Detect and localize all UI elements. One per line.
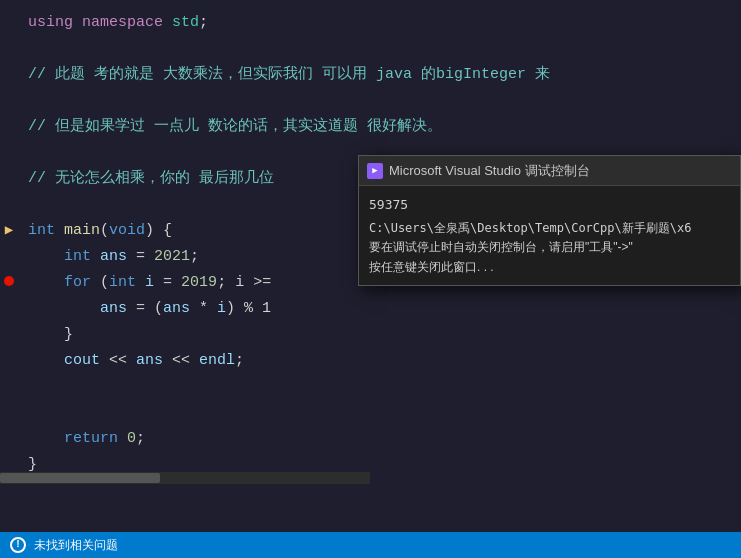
- status-text: 未找到相关问题: [34, 537, 118, 554]
- warning-icon: !: [10, 537, 26, 553]
- line-text: int ans = 2021;: [18, 245, 199, 269]
- debug-hint-line1: 要在调试停止时自动关闭控制台，请启用"工具"->": [369, 238, 730, 257]
- line-indicator: ▶: [0, 219, 18, 241]
- line-text: int main(void) {: [18, 219, 172, 243]
- line-text: cout << ans << endl;: [18, 349, 244, 373]
- debug-path: C:\Users\全泉禹\Desktop\Temp\CorCpp\新手刷题\x6: [369, 218, 730, 238]
- line-indicator: [0, 276, 18, 286]
- vs-icon: ▶: [367, 163, 383, 179]
- debug-console: ▶ Microsoft Visual Studio 调试控制台 59375 C:…: [358, 155, 741, 286]
- line-text: for (int i = 2019; i >=: [18, 271, 271, 295]
- line-text: ans = (ans * i) % 1: [18, 297, 271, 321]
- code-line: [0, 36, 741, 62]
- status-bar: ! 未找到相关问题: [0, 532, 741, 558]
- line-text: // 无论怎么相乘，你的 最后那几位: [18, 167, 274, 191]
- line-text: // 此题 考的就是 大数乘法，但实际我们 可以用 java 的bigInteg…: [18, 63, 550, 87]
- code-line: }: [0, 322, 741, 348]
- code-line: // 此题 考的就是 大数乘法，但实际我们 可以用 java 的bigInteg…: [0, 62, 741, 88]
- code-line: ans = (ans * i) % 1: [0, 296, 741, 322]
- line-text: using namespace std;: [18, 11, 208, 35]
- debug-console-body: 59375 C:\Users\全泉禹\Desktop\Temp\CorCpp\新…: [359, 186, 740, 285]
- code-line: cout << ans << endl;: [0, 348, 741, 374]
- code-line: return 0;: [0, 426, 741, 452]
- debug-output-number: 59375: [369, 194, 730, 216]
- debug-console-title: Microsoft Visual Studio 调试控制台: [389, 162, 590, 180]
- code-line: using namespace std;: [0, 10, 741, 36]
- scrollbar-thumb[interactable]: [0, 473, 160, 483]
- code-line: [0, 374, 741, 400]
- horizontal-scrollbar[interactable]: [0, 472, 370, 484]
- code-line: [0, 88, 741, 114]
- line-text: // 但是如果学过 一点儿 数论的话，其实这道题 很好解决。: [18, 115, 442, 139]
- line-text: return 0;: [18, 427, 145, 451]
- debug-hint-line2: 按任意键关闭此窗口. . .: [369, 258, 730, 277]
- debug-title-bar[interactable]: ▶ Microsoft Visual Studio 调试控制台: [359, 156, 740, 186]
- code-line: // 但是如果学过 一点儿 数论的话，其实这道题 很好解决。: [0, 114, 741, 140]
- line-text: }: [18, 323, 73, 347]
- code-line: [0, 400, 741, 426]
